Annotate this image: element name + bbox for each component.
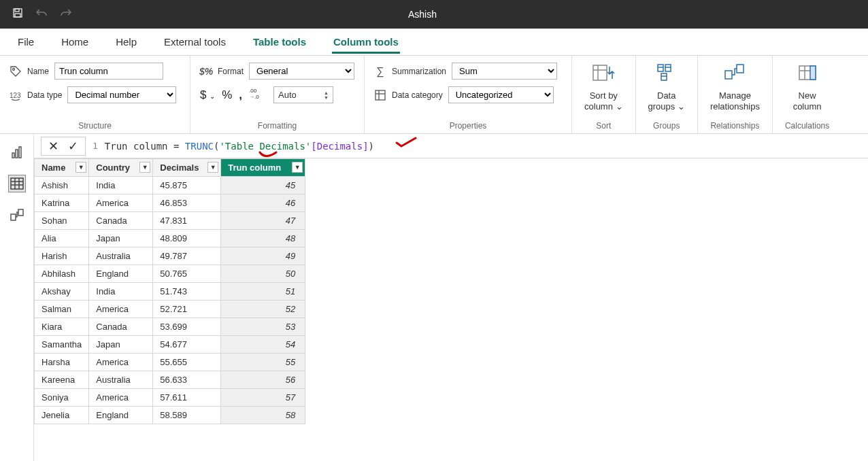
column-header-name[interactable]: Name▼ [35, 159, 89, 177]
cell-decimals[interactable]: 48.809 [153, 230, 221, 247]
cell-trun[interactable]: 58 [221, 407, 305, 424]
cancel-formula-icon[interactable]: ✕ [48, 139, 59, 154]
table-row[interactable]: AliaJapan48.80948 [35, 230, 305, 247]
cell-name[interactable]: Kareena [35, 371, 89, 389]
cell-trun[interactable]: 52 [221, 301, 305, 318]
column-header-decimals[interactable]: Decimals▼ [153, 159, 221, 177]
table-row[interactable]: HarshaAmerica55.65555 [35, 354, 305, 371]
chevron-down-icon[interactable]: ▼ [139, 162, 150, 173]
cell-decimals[interactable]: 58.589 [153, 407, 221, 424]
sort-by-column-button[interactable]: Sort bycolumn ⌄ Sort [572, 56, 636, 133]
cell-trun[interactable]: 56 [221, 371, 305, 389]
column-header-trun[interactable]: Trun column▼ [221, 159, 305, 177]
cell-country[interactable]: America [89, 301, 153, 318]
cell-trun[interactable]: 46 [221, 194, 305, 212]
cell-name[interactable]: Sohan [35, 212, 89, 230]
cell-trun[interactable]: 48 [221, 230, 305, 247]
table-row[interactable]: SoniyaAmerica57.61157 [35, 389, 305, 407]
cell-name[interactable]: Salman [35, 301, 89, 318]
commit-formula-icon[interactable]: ✓ [68, 139, 78, 154]
cell-name[interactable]: Harish [35, 247, 89, 265]
cell-trun[interactable]: 51 [221, 283, 305, 301]
cell-decimals[interactable]: 49.787 [153, 247, 221, 265]
cell-country[interactable]: England [89, 407, 153, 424]
cell-trun[interactable]: 45 [221, 177, 305, 194]
percent-button[interactable]: % [222, 88, 232, 102]
cell-name[interactable]: Harsha [35, 354, 89, 371]
cell-name[interactable]: Akshay [35, 283, 89, 301]
redo-icon[interactable] [60, 7, 72, 21]
table-row[interactable]: KareenaAustralia56.63356 [35, 371, 305, 389]
format-select[interactable]: General [249, 63, 354, 80]
cell-country[interactable]: England [89, 265, 153, 283]
cell-trun[interactable]: 50 [221, 265, 305, 283]
chevron-down-icon[interactable]: ▼ [292, 162, 303, 173]
chevron-down-icon[interactable]: ▼ [207, 162, 218, 173]
column-header-country[interactable]: Country▼ [89, 159, 153, 177]
cell-country[interactable]: Australia [89, 371, 153, 389]
table-row[interactable]: HarishAustralia49.78749 [35, 247, 305, 265]
cell-country[interactable]: Japan [89, 336, 153, 354]
tab-file[interactable]: File [16, 31, 35, 53]
data-view-icon[interactable] [8, 175, 26, 192]
tab-column-tools[interactable]: Column tools [332, 31, 400, 54]
tab-help[interactable]: Help [114, 31, 138, 53]
decimals-button[interactable]: .00→.0 [249, 87, 264, 103]
cell-country[interactable]: Canada [89, 212, 153, 230]
cell-name[interactable]: Abhilash [35, 265, 89, 283]
cell-name[interactable]: Soniya [35, 389, 89, 407]
cell-country[interactable]: America [89, 389, 153, 407]
cell-name[interactable]: Kiara [35, 318, 89, 336]
table-row[interactable]: JeneliaEngland58.58958 [35, 407, 305, 424]
cell-decimals[interactable]: 57.611 [153, 389, 221, 407]
tab-table-tools[interactable]: Table tools [252, 31, 307, 53]
cell-country[interactable]: Japan [89, 230, 153, 247]
cell-trun[interactable]: 57 [221, 389, 305, 407]
summarization-select[interactable]: Sum [452, 63, 557, 80]
cell-decimals[interactable]: 55.655 [153, 354, 221, 371]
table-row[interactable]: SohanCanada47.83147 [35, 212, 305, 230]
save-icon[interactable] [12, 7, 23, 21]
table-row[interactable]: AshishIndia45.87545 [35, 177, 305, 194]
cell-decimals[interactable]: 50.765 [153, 265, 221, 283]
cell-country[interactable]: Canada [89, 318, 153, 336]
cell-name[interactable]: Jenelia [35, 407, 89, 424]
formula-text[interactable]: Trun column = TRUNC('Table Decimals'[Dec… [105, 141, 374, 152]
cell-country[interactable]: America [89, 194, 153, 212]
table-row[interactable]: SalmanAmerica52.72152 [35, 301, 305, 318]
chevron-down-icon[interactable]: ▼ [76, 162, 86, 173]
cell-trun[interactable]: 47 [221, 212, 305, 230]
cell-country[interactable]: Australia [89, 247, 153, 265]
cell-name[interactable]: Samantha [35, 336, 89, 354]
decimal-places-stepper[interactable]: Auto ▲▼ [273, 86, 333, 103]
cell-decimals[interactable]: 47.831 [153, 212, 221, 230]
cell-decimals[interactable]: 56.633 [153, 371, 221, 389]
cell-decimals[interactable]: 52.721 [153, 301, 221, 318]
cell-country[interactable]: America [89, 354, 153, 371]
cell-name[interactable]: Ashish [35, 177, 89, 194]
datatype-select[interactable]: Decimal number [67, 86, 176, 103]
tab-external-tools[interactable]: External tools [163, 31, 227, 53]
cell-country[interactable]: India [89, 283, 153, 301]
cell-trun[interactable]: 54 [221, 336, 305, 354]
manage-relationships-button[interactable]: Managerelationships Relationships [698, 56, 773, 133]
cell-decimals[interactable]: 51.743 [153, 283, 221, 301]
cell-trun[interactable]: 55 [221, 354, 305, 371]
cell-name[interactable]: Alia [35, 230, 89, 247]
table-row[interactable]: KiaraCanada53.69953 [35, 318, 305, 336]
table-row[interactable]: KatrinaAmerica46.85346 [35, 194, 305, 212]
name-field[interactable] [54, 63, 163, 80]
model-view-icon[interactable] [8, 206, 26, 224]
currency-button[interactable]: $ ⌄ [200, 88, 215, 102]
tab-home[interactable]: Home [60, 31, 90, 53]
table-row[interactable]: AbhilashEngland50.76550 [35, 265, 305, 283]
cell-decimals[interactable]: 54.677 [153, 336, 221, 354]
table-row[interactable]: SamanthaJapan54.67754 [35, 336, 305, 354]
cell-country[interactable]: India [89, 177, 153, 194]
cell-decimals[interactable]: 46.853 [153, 194, 221, 212]
cell-decimals[interactable]: 53.699 [153, 318, 221, 336]
table-row[interactable]: AkshayIndia51.74351 [35, 283, 305, 301]
new-column-button[interactable]: Newcolumn Calculations [773, 56, 841, 133]
undo-icon[interactable] [35, 7, 48, 21]
datacategory-select[interactable]: Uncategorized [448, 86, 554, 103]
